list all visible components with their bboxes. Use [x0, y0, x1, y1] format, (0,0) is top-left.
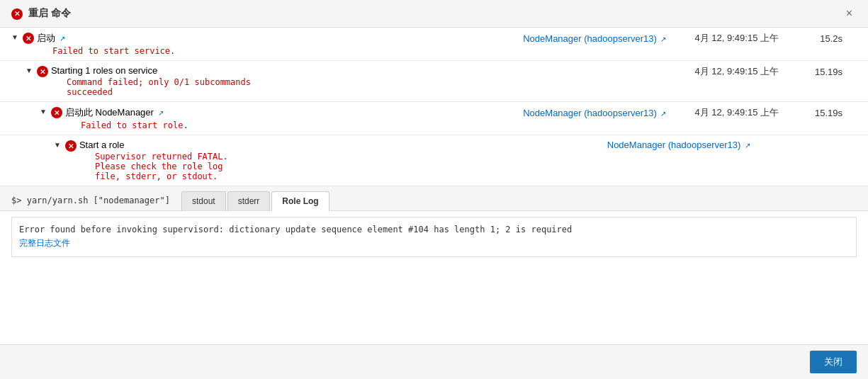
command-tabs-container: $> yarn/yarn.sh ["nodemanager"] stdout s…: [0, 186, 868, 211]
modal: ✕ 重启 命令 × ▼ ✕ 启动 ↗ Failed to start servi…: [0, 0, 868, 379]
row-label-block-4: Start a role Supervisor returned FATAL.P…: [79, 140, 579, 181]
duration-1: 15.2s: [807, 33, 842, 44]
row-meta-4: NodeManager (hadoopserver13) ↗: [607, 140, 842, 150]
row-wrap-4: ▼ ✕ Start a role Supervisor returned FAT…: [54, 140, 857, 181]
timestamp-2: 4月 12, 9:49:15 上午: [694, 65, 779, 78]
row-meta-1: NodeManager (hadoopserver13) ↗ 4月 12, 9:…: [523, 32, 842, 45]
row-link-1[interactable]: NodeManager (hadoopserver13) ↗: [523, 33, 666, 44]
row-left-3: ▼ ✕ 启动此 NodeManager ↗ Failed to start ro…: [40, 106, 495, 130]
full-log-link[interactable]: 完整日志文件: [19, 237, 849, 249]
row-label-1: 启动: [37, 33, 55, 43]
row-wrap-3: ▼ ✕ 启动此 NodeManager ↗ Failed to start ro…: [40, 106, 857, 130]
timestamp-1: 4月 12, 9:49:15 上午: [694, 32, 779, 45]
tree-row-4: ▼ ✕ Start a role Supervisor returned FAT…: [0, 135, 868, 186]
log-content: Error found before invoking supervisord:…: [19, 225, 849, 234]
timestamp-3: 4月 12, 9:49:15 上午: [694, 106, 779, 119]
error-icon-4: ✕: [65, 140, 77, 152]
modal-body: ▼ ✕ 启动 ↗ Failed to start service. NodeMa…: [0, 28, 868, 344]
link-ext-1: ↗: [660, 35, 666, 43]
tab-stdout[interactable]: stdout: [181, 191, 226, 210]
footer-close-button[interactable]: 关闭: [810, 351, 857, 373]
command-section: $> yarn/yarn.sh ["nodemanager"] stdout s…: [0, 186, 868, 268]
ext-link-icon-3: ↗: [158, 109, 164, 117]
chevron-4[interactable]: ▼: [54, 141, 61, 149]
link-ext-4: ↗: [745, 142, 750, 149]
row-wrap-2: ▼ ✕ Starting 1 roles on service Command …: [26, 65, 857, 97]
error-text-4: Supervisor returned FATAL.Please check t…: [79, 152, 579, 181]
modal-header: ✕ 重启 命令 ×: [0, 0, 868, 28]
log-area: Error found before invoking supervisord:…: [11, 217, 857, 257]
tree-row-1: ▼ ✕ 启动 ↗ Failed to start service. NodeMa…: [0, 28, 868, 61]
duration-2: 15.19s: [807, 67, 842, 77]
row-left-4: ▼ ✕ Start a role Supervisor returned FAT…: [54, 140, 579, 181]
modal-title: 重启 命令: [28, 7, 71, 20]
header-error-icon: ✕: [11, 9, 23, 20]
link-ext-3: ↗: [660, 110, 666, 118]
error-icon-3: ✕: [51, 107, 62, 118]
row-left-2: ▼ ✕ Starting 1 roles on service Command …: [26, 65, 496, 97]
row-label-block-1: 启动 ↗ Failed to start service.: [37, 32, 495, 56]
chevron-1[interactable]: ▼: [11, 33, 18, 41]
error-text-1: Failed to start service.: [37, 46, 495, 56]
modal-close-button[interactable]: ×: [842, 6, 857, 21]
ext-link-icon-1: ↗: [60, 35, 65, 43]
tab-rolelog[interactable]: Role Log: [271, 191, 329, 211]
chevron-2[interactable]: ▼: [26, 67, 33, 74]
tree-row-2: ▼ ✕ Starting 1 roles on service Command …: [0, 61, 868, 102]
row-label-3: 启动此 NodeManager: [65, 107, 154, 118]
error-icon-2: ✕: [37, 66, 48, 77]
command-label: $> yarn/yarn.sh ["nodemanager"]: [11, 191, 170, 210]
error-text-2: Command failed; only 0/1 subcommandssucc…: [51, 77, 497, 97]
tree-row-3: ▼ ✕ 启动此 NodeManager ↗ Failed to start ro…: [0, 102, 868, 135]
row-meta-2: 4月 12, 9:49:15 上午 15.19s: [524, 65, 842, 78]
row-wrap-1: ▼ ✕ 启动 ↗ Failed to start service. NodeMa…: [11, 32, 857, 56]
row-label-2: Starting 1 roles on service: [51, 65, 157, 76]
row-link-3[interactable]: NodeManager (hadoopserver13) ↗: [523, 108, 666, 118]
row-link-4[interactable]: NodeManager (hadoopserver13) ↗: [607, 140, 750, 150]
row-left-1: ▼ ✕ 启动 ↗ Failed to start service.: [11, 32, 495, 56]
row-meta-3: NodeManager (hadoopserver13) ↗ 4月 12, 9:…: [523, 106, 842, 119]
duration-3: 15.19s: [807, 108, 842, 118]
modal-footer: 关闭: [0, 344, 868, 379]
error-text-3: Failed to start role.: [65, 120, 495, 130]
modal-overlay: ✕ 重启 命令 × ▼ ✕ 启动 ↗ Failed to start servi…: [0, 0, 868, 379]
chevron-3[interactable]: ▼: [40, 108, 47, 115]
tab-stderr[interactable]: stderr: [227, 191, 271, 210]
row-label-4: Start a role: [79, 140, 125, 150]
row-label-block-3: 启动此 NodeManager ↗ Failed to start role.: [65, 106, 495, 130]
row-label-block-2: Starting 1 roles on service Command fail…: [51, 65, 497, 97]
error-icon-1: ✕: [23, 33, 34, 44]
